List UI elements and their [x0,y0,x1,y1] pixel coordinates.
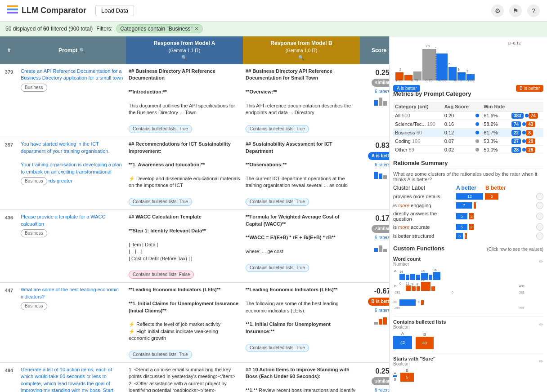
win-badge-b: 43 [526,121,535,127]
svg-text:B: B [394,284,396,288]
header-icons: ⚙ ⚑ ? [491,4,540,17]
rationale-circle[interactable] [536,202,543,209]
rationale-row[interactable]: is more engaging 7 [393,202,543,209]
rationale-bars: 5 2 [456,213,534,219]
metrics-row[interactable]: Science/Tec... 190 0.16 58.2% 74 43 [393,120,543,129]
raters-link[interactable]: 6 raters [375,89,389,95]
svg-rect-44 [433,272,440,280]
metrics-row[interactable]: Business 60 0.12 61.7% 22 8 [393,129,543,137]
row-num: 494 [0,363,18,392]
rationale-row[interactable]: provides more details 12 6 [393,193,543,200]
bar-a: 7 [456,202,472,209]
row-num: 397 [0,137,18,209]
cf-item-bulleted-lists[interactable]: Contains bulleted lists Boolean ✏ A 42 B [393,316,543,349]
raters-link[interactable]: 6 raters [375,307,389,314]
bar-b: 2 [469,213,474,219]
rationale-row[interactable]: is better structured 3 1 [393,232,543,240]
svg-rect-1 [379,98,382,106]
raters-link[interactable]: 6 raters [375,387,389,392]
svg-text:-0.75: -0.75 [454,78,462,82]
raters-link[interactable]: 6 raters [375,162,389,168]
cf-header: Custom Functions (Click row to see the v… [393,245,543,254]
search-icon[interactable]: 🔍 [79,48,85,53]
filter-tag-business[interactable]: Categories contain "Business" ✕ [116,24,203,33]
col-header-model-a: Response from Model A (Gemma 1.1 IT) 🔍 [126,36,243,64]
filters-label: Filters: [96,26,112,32]
svg-rect-3 [374,172,378,179]
rationale-row[interactable]: directly answers the question 5 2 [393,211,543,222]
score-badge: A is better [368,152,389,160]
settings-icon[interactable]: ⚙ [491,4,504,17]
svg-text:21: 21 [421,278,425,281]
svg-rect-18 [422,49,436,80]
svg-text:A: A [394,269,397,273]
rationale-row[interactable]: is more accurate 5 2 [393,223,543,231]
svg-rect-64 [421,300,424,305]
raters-link[interactable]: 6 raters [375,235,389,241]
flag-icon[interactable]: ⚑ [509,4,522,17]
edit-icon[interactable]: ✏ [539,321,543,328]
search-icon-a[interactable]: 🔍 [181,55,188,61]
edit-icon[interactable]: ✏ [539,358,543,365]
row-prompt[interactable]: What are some of the best leading econom… [18,283,126,362]
row-score: 0.17 similar 6 raters [360,210,389,282]
svg-text:281: 281 [519,291,525,294]
avg-dot [475,139,479,143]
metrics-row[interactable]: All 900 0.20 61.6% 383 74 [393,111,543,120]
col-winrate: Win Rate [482,102,510,111]
svg-text:2: 2 [466,69,469,73]
rationale-item-label: is better structured [393,233,456,239]
contains-tag-a: Contains bulleted lists: True [129,125,192,133]
svg-rect-4 [379,174,382,179]
load-data-button[interactable]: Load Data [95,5,134,16]
filter-close-icon[interactable]: ✕ [194,26,199,32]
rationale-circle[interactable] [536,193,543,200]
contains-tag-a: Contains bulleted lists: True [129,198,192,206]
cf-item-word-count[interactable]: Word count Number ✏ A 14 15 [393,256,543,312]
bar-b: 2 [469,224,474,230]
contains-tag-b: Contains bulleted lists: True [246,344,309,352]
col-category: Category (cnt) [393,102,443,111]
svg-rect-56 [431,286,435,291]
svg-text:15: 15 [421,269,425,272]
word-count-diff-chart: 36 6 -281 281 [393,298,533,311]
b-better-label: B is better [516,85,543,92]
table-body[interactable]: 379 Create an API Reference Documentatio… [0,64,389,392]
metrics-section: Metrics by Prompt Category Category (cnt… [393,90,543,154]
cf-sure-title: Starts with "Sure" [393,356,435,361]
custom-functions-section: Custom Functions (Click row to see the v… [393,245,543,382]
edit-icon[interactable]: ✏ [539,258,543,265]
cf-bulleted-title: Contains bulleted lists [393,319,446,325]
svg-rect-9 [374,322,378,325]
cf-sure-type: Boolean [393,361,435,366]
row-prompt[interactable]: Please provide a template for a WACC cal… [18,210,126,282]
cf-title: Custom Functions [393,245,444,254]
metrics-row[interactable]: Other 89 0.02 50.0% 28 28 [393,146,543,154]
win-badge-a: 74 [511,121,521,127]
cluster-label-header: Cluster Label [393,185,456,191]
win-badge-a: 383 [511,113,524,119]
help-icon[interactable]: ? [527,4,540,17]
category-tag: Business [21,177,47,185]
row-prompt[interactable]: You have started working in the ICT depa… [18,137,126,209]
row-prompt[interactable]: Generate a list of 10 action items, each… [18,363,126,392]
row-prompt[interactable]: Create an API Reference Documentation fo… [18,64,126,137]
cf-item-starts-sure[interactable]: Starts with "Sure" Boolean ✏ A 0 B 5 [393,353,543,382]
row-response-b: ## Sustainability Assessment for ICT Dep… [243,137,360,209]
win-badge-b: 28 [526,147,535,153]
rationale-bars: 5 2 [456,224,534,230]
rationale-circle[interactable] [536,213,543,220]
metrics-title: Metrics by Prompt Category [393,90,543,99]
row-score: 0.83 A is better 6 raters [360,137,389,209]
avg-dot [475,122,479,126]
svg-rect-39 [410,274,415,280]
rationale-circle[interactable] [536,232,543,240]
svg-text:11: 11 [406,282,409,285]
rationale-circle[interactable] [536,223,543,231]
col-header-model-b: Response from Model B (Gemma 1.0 IT) 🔍 [243,36,360,64]
svg-rect-20 [436,53,448,80]
search-icon-b[interactable]: 🔍 [298,55,305,61]
svg-text:-281: -281 [394,307,400,310]
svg-text:0.25: 0.25 [426,78,433,82]
metrics-row[interactable]: Coding 106 0.07 53.3% 27 20 [393,137,543,146]
